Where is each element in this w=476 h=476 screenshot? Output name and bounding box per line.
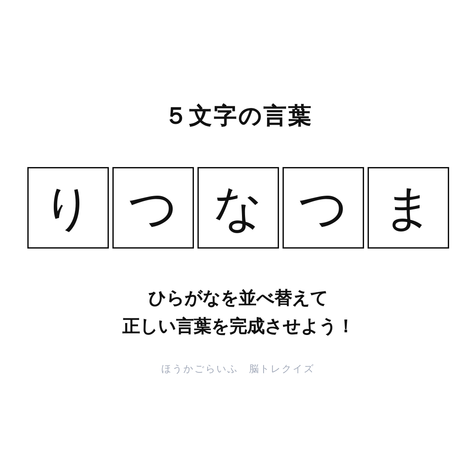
tile-char-4: つ [298,183,348,232]
instruction-text: ひらがなを並べ替えて 正しい言葉を完成させよう！ [122,284,354,340]
tile-char-1: り [43,183,93,232]
page-wrapper: ５文字の言葉 りつなつま ひらがなを並べ替えて 正しい言葉を完成させよう！ ほう… [0,0,476,476]
branding-label: ほうかごらいふ 脳トレクイズ [161,362,315,376]
tile-4: つ [283,167,364,249]
tiles-row: りつなつま [26,167,451,249]
tile-1: り [27,167,109,249]
page-title: ５文字の言葉 [164,101,312,132]
tile-char-3: な [213,183,263,232]
tile-5: ま [368,167,449,249]
tile-char-2: つ [128,183,178,232]
tile-char-5: ま [383,183,433,232]
tile-2: つ [112,167,194,249]
instruction-line2: 正しい言葉を完成させよう！ [122,312,354,340]
tile-3: な [197,167,279,249]
instruction-line1: ひらがなを並べ替えて [122,284,354,312]
